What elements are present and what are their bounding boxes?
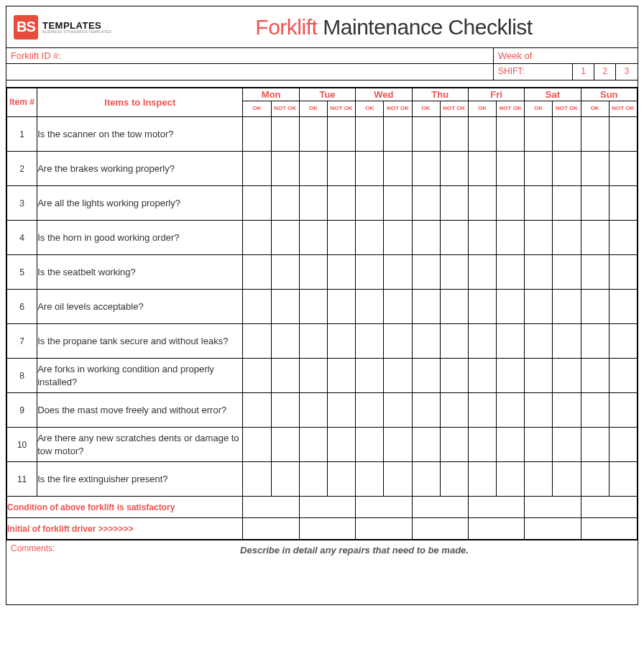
check-ok[interactable] (243, 324, 271, 359)
check-not-ok[interactable] (271, 186, 299, 221)
check-not-ok[interactable] (440, 462, 468, 497)
check-not-ok[interactable] (271, 428, 299, 462)
check-ok[interactable] (525, 152, 553, 186)
check-not-ok[interactable] (328, 221, 356, 255)
check-ok[interactable] (299, 290, 327, 324)
check-ok[interactable] (581, 186, 609, 221)
check-not-ok[interactable] (271, 290, 299, 324)
check-ok[interactable] (468, 290, 496, 324)
check-not-ok[interactable] (553, 221, 581, 255)
check-not-ok[interactable] (384, 462, 412, 497)
check-ok[interactable] (525, 428, 553, 462)
check-not-ok[interactable] (497, 152, 525, 186)
check-not-ok[interactable] (497, 428, 525, 462)
check-not-ok[interactable] (384, 324, 412, 359)
check-not-ok[interactable] (384, 255, 412, 290)
check-ok[interactable] (243, 117, 271, 152)
check-ok[interactable] (581, 152, 609, 186)
check-ok[interactable] (525, 255, 553, 290)
check-ok[interactable] (299, 255, 327, 290)
meta-blank[interactable] (6, 64, 494, 80)
check-ok[interactable] (581, 393, 609, 428)
check-not-ok[interactable] (440, 393, 468, 428)
condition-thu[interactable] (412, 497, 468, 518)
check-not-ok[interactable] (328, 290, 356, 324)
check-not-ok[interactable] (328, 393, 356, 428)
check-ok[interactable] (299, 117, 327, 152)
check-ok[interactable] (356, 117, 384, 152)
check-not-ok[interactable] (328, 117, 356, 152)
check-ok[interactable] (412, 428, 440, 462)
check-not-ok[interactable] (497, 221, 525, 255)
check-not-ok[interactable] (609, 221, 637, 255)
check-not-ok[interactable] (440, 152, 468, 186)
check-ok[interactable] (525, 290, 553, 324)
check-ok[interactable] (525, 117, 553, 152)
check-not-ok[interactable] (553, 255, 581, 290)
check-ok[interactable] (525, 324, 553, 359)
check-not-ok[interactable] (328, 255, 356, 290)
check-ok[interactable] (581, 324, 609, 359)
check-not-ok[interactable] (609, 393, 637, 428)
check-not-ok[interactable] (328, 462, 356, 497)
check-not-ok[interactable] (553, 186, 581, 221)
check-ok[interactable] (468, 393, 496, 428)
check-ok[interactable] (299, 428, 327, 462)
check-ok[interactable] (356, 290, 384, 324)
check-not-ok[interactable] (271, 359, 299, 393)
condition-sun[interactable] (581, 497, 637, 518)
check-ok[interactable] (412, 221, 440, 255)
check-ok[interactable] (356, 359, 384, 393)
check-not-ok[interactable] (440, 186, 468, 221)
check-not-ok[interactable] (553, 393, 581, 428)
check-ok[interactable] (243, 221, 271, 255)
condition-sat[interactable] (525, 497, 581, 518)
check-not-ok[interactable] (497, 117, 525, 152)
check-not-ok[interactable] (497, 359, 525, 393)
check-not-ok[interactable] (384, 152, 412, 186)
check-ok[interactable] (243, 462, 271, 497)
check-ok[interactable] (468, 428, 496, 462)
check-ok[interactable] (243, 359, 271, 393)
check-not-ok[interactable] (440, 359, 468, 393)
check-not-ok[interactable] (271, 117, 299, 152)
check-ok[interactable] (356, 324, 384, 359)
shift-1[interactable]: 1 (573, 64, 594, 80)
check-not-ok[interactable] (497, 462, 525, 497)
check-ok[interactable] (468, 152, 496, 186)
check-ok[interactable] (356, 255, 384, 290)
check-ok[interactable] (581, 290, 609, 324)
check-not-ok[interactable] (440, 117, 468, 152)
check-not-ok[interactable] (271, 393, 299, 428)
check-ok[interactable] (412, 255, 440, 290)
check-not-ok[interactable] (328, 324, 356, 359)
check-ok[interactable] (356, 221, 384, 255)
check-not-ok[interactable] (328, 152, 356, 186)
check-not-ok[interactable] (609, 290, 637, 324)
check-ok[interactable] (412, 324, 440, 359)
check-not-ok[interactable] (328, 428, 356, 462)
check-not-ok[interactable] (553, 462, 581, 497)
check-ok[interactable] (468, 255, 496, 290)
check-ok[interactable] (581, 359, 609, 393)
check-not-ok[interactable] (497, 324, 525, 359)
check-ok[interactable] (412, 117, 440, 152)
check-not-ok[interactable] (497, 186, 525, 221)
condition-wed[interactable] (356, 497, 412, 518)
check-ok[interactable] (299, 462, 327, 497)
check-ok[interactable] (356, 186, 384, 221)
check-ok[interactable] (581, 462, 609, 497)
check-ok[interactable] (468, 324, 496, 359)
check-not-ok[interactable] (553, 324, 581, 359)
check-not-ok[interactable] (440, 255, 468, 290)
check-not-ok[interactable] (271, 324, 299, 359)
check-not-ok[interactable] (271, 152, 299, 186)
check-ok[interactable] (356, 393, 384, 428)
check-not-ok[interactable] (553, 428, 581, 462)
check-ok[interactable] (468, 221, 496, 255)
check-not-ok[interactable] (384, 393, 412, 428)
check-not-ok[interactable] (384, 428, 412, 462)
check-ok[interactable] (525, 359, 553, 393)
check-not-ok[interactable] (553, 117, 581, 152)
condition-fri[interactable] (468, 497, 524, 518)
